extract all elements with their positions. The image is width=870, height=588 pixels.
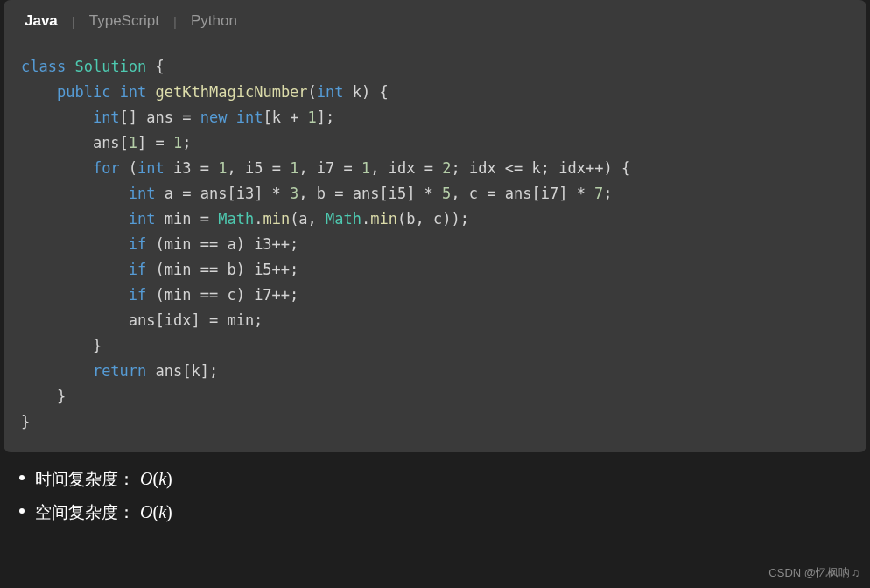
code-line-2: public int getKthMagicNumber(int k) { — [21, 80, 849, 105]
tab-typescript[interactable]: TypeScript — [86, 12, 163, 30]
code-line-1: class Solution { — [21, 54, 849, 80]
complexity-list: 时间复杂度： O(k) 空间复杂度： O(k) — [35, 468, 844, 524]
code-block: class Solution { public int getKthMagicN… — [4, 42, 866, 452]
tab-divider: | — [173, 14, 177, 29]
code-line-9: if (min == b) i5++; — [21, 257, 849, 283]
code-line-6: int a = ans[i3] * 3, b = ans[i5] * 5, c … — [21, 181, 849, 206]
code-line-8: if (min == a) i3++; — [21, 232, 849, 257]
time-complexity-label: 时间复杂度： — [35, 468, 135, 491]
code-container: Java | TypeScript | Python class Solutio… — [4, 0, 866, 452]
space-complexity-label: 空间复杂度： — [35, 501, 135, 524]
tab-python[interactable]: Python — [187, 12, 241, 30]
code-line-13: return ans[k]; — [21, 359, 849, 384]
time-complexity: 时间复杂度： O(k) — [35, 468, 844, 491]
code-line-14: } — [21, 384, 849, 410]
code-line-5: for (int i3 = 1, i5 = 1, i7 = 1, idx = 2… — [21, 156, 849, 181]
code-line-15: } — [21, 410, 849, 435]
time-complexity-formula: O(k) — [140, 469, 172, 489]
music-note-icon: ♫ — [852, 567, 859, 579]
code-line-12: } — [21, 333, 849, 359]
space-complexity: 空间复杂度： O(k) — [35, 501, 844, 524]
tab-java[interactable]: Java — [21, 12, 61, 30]
code-line-7: int min = Math.min(a, Math.min(b, c)); — [21, 206, 849, 232]
code-line-11: ans[idx] = min; — [21, 308, 849, 333]
bullet-icon — [19, 475, 25, 480]
code-line-4: ans[1] = 1; — [21, 130, 849, 156]
tab-divider: | — [72, 14, 75, 29]
watermark: CSDN @忆枫呐 ♫ — [768, 565, 859, 581]
bullet-icon — [19, 508, 25, 514]
code-line-10: if (min == c) i7++; — [21, 283, 849, 308]
tab-bar: Java | TypeScript | Python — [4, 0, 866, 42]
watermark-text: CSDN @忆枫呐 — [768, 565, 850, 581]
code-line-3: int[] ans = new int[k + 1]; — [21, 105, 849, 130]
space-complexity-formula: O(k) — [140, 502, 172, 522]
